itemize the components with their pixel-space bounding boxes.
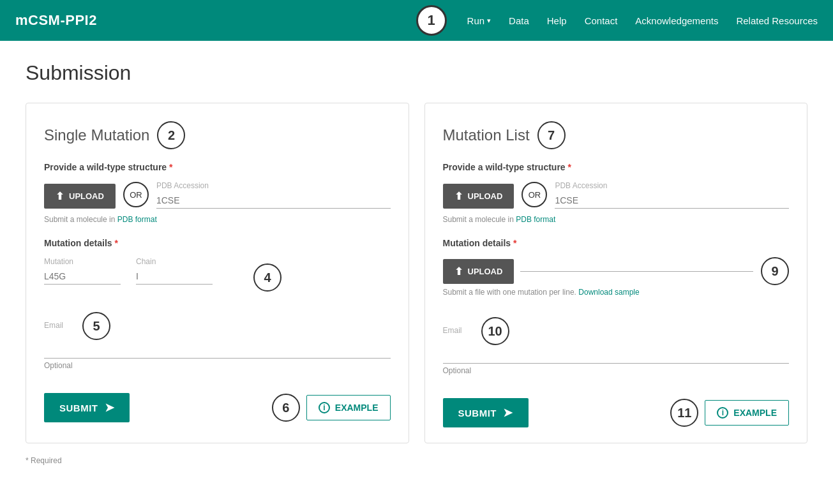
single-mutation-details-section: Mutation details * Mutation Chain 4 [44,238,391,292]
mutation-list-panel-bottom-row: SUBMIT ➤ 11 i EXAMPLE [443,398,790,427]
single-upload-row: ⬆ UPLOAD OR PDB Accession [44,181,391,209]
mutation-list-email-wrap: Email 10 [443,317,790,364]
single-mutation-title: Single Mutation [44,126,149,144]
single-right-bottom: 6 i EXAMPLE [272,394,391,422]
brand-title: mCSM-PPI2 [15,12,97,29]
nav-help[interactable]: Help [547,15,567,26]
single-pdb-label: PDB Accession [156,181,391,190]
step-1-circle: 1 [416,5,447,36]
mutation-list-upload-row: ⬆ UPLOAD OR PDB Accession [443,181,790,209]
mutation-list-pdb-format-link[interactable]: PDB format [516,215,555,224]
single-mutation-title-row: Single Mutation 2 [44,121,391,149]
single-chain-field-label: Chain [136,257,213,266]
single-panel-bottom-row: SUBMIT ➤ 6 i EXAMPLE [44,393,391,422]
nav-acknowledgements[interactable]: Acknowledgements [635,15,718,26]
required-note: * Required [26,456,807,465]
single-example-button[interactable]: i EXAMPLE [306,395,391,420]
nav-contact[interactable]: Contact [585,15,618,26]
single-chain-field-wrap: Chain [136,257,213,292]
run-dropdown-arrow: ▾ [487,17,491,25]
step-10-circle: 10 [481,317,509,345]
step-6-circle: 6 [272,394,300,422]
nav-data[interactable]: Data [509,15,529,26]
single-mutation-panel: Single Mutation 2 Provide a wild-type st… [26,103,409,443]
mutation-list-upload-icon: ⬆ [454,190,463,202]
mutation-list-upload-line [520,271,753,272]
single-optional-text: Optional [44,361,391,370]
mutation-list-submit-arrow-icon: ➤ [503,406,513,420]
single-pdb-format-link[interactable]: PDB format [117,215,157,224]
single-mutation-field-wrap: Mutation [44,257,121,292]
single-mutation-details-star: * [114,238,117,248]
mutation-list-details-upload-icon: ⬆ [454,265,463,278]
single-mutation-fields-row: Mutation Chain 4 [44,257,391,292]
mutation-list-email-section: Email 10 Optional [443,317,790,375]
nav-related-resources[interactable]: Related Resources [736,15,818,26]
mutation-list-email-label: Email 10 [443,317,790,345]
single-submit-button[interactable]: SUBMIT ➤ [44,393,130,422]
mutation-list-right-bottom: 11 i EXAMPLE [670,399,789,427]
mutation-list-structure-label: Provide a wild-type structure * [443,162,790,172]
mutation-list-structure-section: Provide a wild-type structure * ⬆ UPLOAD… [443,162,790,224]
single-mutation-details-label: Mutation details * [44,238,391,248]
mutation-list-upload-full-row: ⬆ UPLOAD 9 [443,257,790,285]
mutation-list-example-info-icon: i [717,407,728,419]
mutation-list-details-star: * [513,238,516,248]
single-chain-input[interactable] [136,269,213,285]
mutation-list-upload-hint: Submit a file with one mutation per line… [443,288,790,297]
panels-container: Single Mutation 2 Provide a wild-type st… [26,103,807,443]
mutation-list-download-sample-link[interactable]: Download sample [578,288,639,297]
single-email-input[interactable] [44,343,391,359]
step-7-circle: 7 [537,121,566,149]
mutation-list-details-label: Mutation details * [443,238,790,248]
single-upload-icon: ⬆ [56,190,64,202]
mutation-list-upload-button[interactable]: ⬆ UPLOAD [443,184,514,209]
navbar: mCSM-PPI2 1 Run ▾ Data Help Contact Ackn… [0,0,833,41]
single-email-section: Email 5 Optional [44,312,391,370]
mutation-list-optional-text: Optional [443,366,790,375]
mutation-list-panel: Mutation List 7 Provide a wild-type stru… [424,103,808,443]
single-mutation-input[interactable] [44,269,121,285]
single-email-wrap: Email 5 [44,312,391,359]
page-content: Submission Single Mutation 2 Provide a w… [0,41,833,485]
single-submit-arrow-icon: ➤ [105,401,115,415]
single-pdb-input[interactable] [156,193,391,209]
nav-links: Run ▾ Data Help Contact Acknowledgements… [467,15,818,26]
step-2-circle: 2 [157,121,185,149]
mutation-list-pdb-label: PDB Accession [555,181,789,190]
single-pdb-hint: Submit a molecule in PDB format [44,215,391,224]
nav-run[interactable]: Run ▾ [467,15,492,26]
mutation-list-details-section: Mutation details * ⬆ UPLOAD 9 Submit a f… [443,238,790,297]
mutation-list-details-upload-button[interactable]: ⬆ UPLOAD [443,259,514,284]
single-upload-button[interactable]: ⬆ UPLOAD [44,184,116,209]
single-email-label: Email 5 [44,312,391,340]
mutation-list-submit-button[interactable]: SUBMIT ➤ [443,398,529,427]
step-11-circle: 11 [670,399,698,427]
page-title: Submission [26,61,807,85]
step-4-circle: 4 [253,263,281,292]
mutation-list-or-circle: OR [522,182,547,207]
single-structure-section: Provide a wild-type structure * ⬆ UPLOAD… [44,162,391,224]
mutation-list-structure-required-star: * [568,162,571,172]
single-or-circle: OR [123,182,149,207]
single-structure-label: Provide a wild-type structure * [44,162,391,172]
step-9-circle: 9 [761,257,789,285]
single-structure-required-star: * [169,162,172,172]
mutation-list-title-row: Mutation List 7 [443,121,790,149]
mutation-list-pdb-hint: Submit a molecule in PDB format [443,215,790,224]
mutation-list-title: Mutation List [443,126,530,144]
mutation-list-pdb-field-wrap: PDB Accession [555,181,789,209]
mutation-list-email-input[interactable] [443,348,790,364]
single-mutation-field-label: Mutation [44,257,121,266]
mutation-list-pdb-input[interactable] [555,193,789,209]
single-pdb-field-wrap: PDB Accession [156,181,391,209]
mutation-list-example-button[interactable]: i EXAMPLE [705,400,789,426]
single-example-info-icon: i [319,402,330,413]
step-5-circle: 5 [82,312,110,340]
